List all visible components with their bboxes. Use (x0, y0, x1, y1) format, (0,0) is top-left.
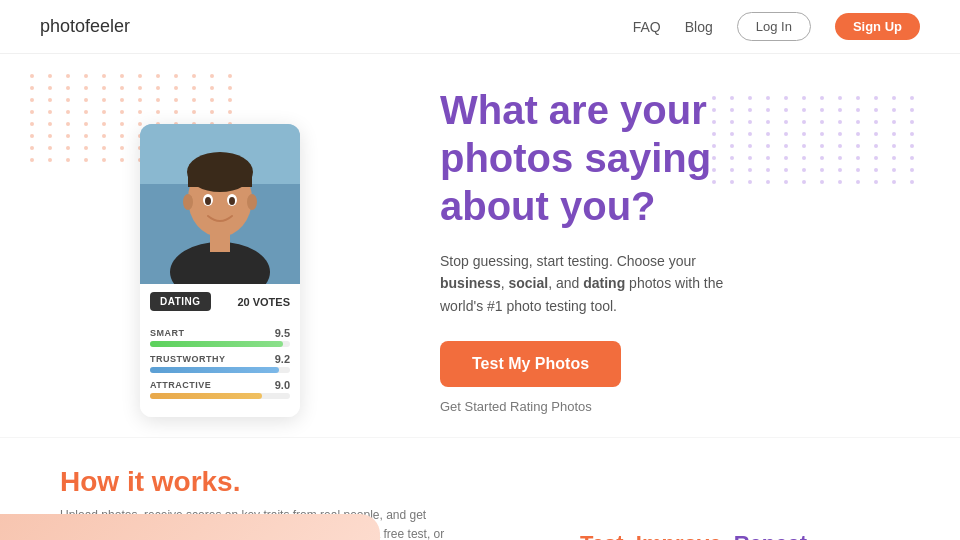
svg-rect-12 (210, 232, 230, 252)
bottom-strip: Test. Improve. Repeat. (0, 514, 960, 540)
login-button[interactable]: Log In (737, 12, 811, 41)
photo-tabs: DATING 20 VOTES (140, 284, 300, 319)
bold-business: business (440, 275, 501, 291)
tagline-part1: Test. Improve. (580, 531, 728, 540)
bar-attractive-score: 9.0 (275, 379, 290, 391)
bar-trustworthy-score: 9.2 (275, 353, 290, 365)
svg-point-9 (229, 197, 235, 205)
headline-line2: photos saying (440, 136, 711, 180)
svg-point-8 (205, 197, 211, 205)
votes-label: 20 VOTES (237, 296, 290, 308)
tagline-part2: Repeat. (734, 531, 813, 540)
tab-dating: DATING (150, 292, 211, 311)
hero-right: What are your photos saying about you? S… (380, 86, 900, 415)
svg-rect-4 (188, 172, 252, 187)
svg-point-10 (183, 194, 193, 210)
bottom-tagline: Test. Improve. Repeat. (380, 531, 813, 540)
headline-line3: about you? (440, 184, 656, 228)
logo: photofeeler (40, 16, 130, 37)
signup-button[interactable]: Sign Up (835, 13, 920, 40)
bar-trustworthy-fill (150, 367, 279, 373)
bar-attractive: ATTRACTIVE 9.0 (150, 379, 290, 399)
bar-smart: SMART 9.5 (150, 327, 290, 347)
faq-link[interactable]: FAQ (633, 19, 661, 35)
how-section: How it works. Upload photos, receive sco… (0, 437, 960, 540)
get-started-label: Get Started Rating Photos (440, 399, 592, 414)
bars-section: SMART 9.5 TRUSTWORTHY 9.2 (140, 319, 300, 417)
profile-photo (140, 124, 300, 284)
bold-social: social (508, 275, 548, 291)
bar-smart-label: SMART (150, 328, 185, 338)
nav-links: FAQ Blog Log In Sign Up (633, 12, 920, 41)
hero-section: (function(){ const g = document.currentS… (0, 54, 960, 437)
photo-card: DATING 20 VOTES SMART 9.5 (140, 124, 300, 417)
bar-attractive-label: ATTRACTIVE (150, 380, 211, 390)
cta-area: Test My Photos Get Started Rating Photos (440, 341, 900, 415)
bar-smart-score: 9.5 (275, 327, 290, 339)
bar-smart-fill (150, 341, 283, 347)
svg-point-11 (247, 194, 257, 210)
hero-desc: Stop guessing, start testing. Choose you… (440, 250, 760, 317)
test-my-photos-button[interactable]: Test My Photos (440, 341, 621, 387)
headline-line1: What are your (440, 88, 707, 132)
dot-grid-purple: (function(){ const g = document.currentS… (712, 96, 920, 184)
bar-trustworthy: TRUSTWORTHY 9.2 (150, 353, 290, 373)
votes-count: 20 (237, 296, 249, 308)
bar-trustworthy-track (150, 367, 290, 373)
blog-link[interactable]: Blog (685, 19, 713, 35)
votes-suffix: VOTES (253, 296, 290, 308)
bar-smart-track (150, 341, 290, 347)
how-title: How it works. (60, 466, 900, 498)
bar-attractive-track (150, 393, 290, 399)
bar-attractive-fill (150, 393, 262, 399)
bold-dating: dating (583, 275, 625, 291)
hero-left: (function(){ const g = document.currentS… (60, 84, 380, 417)
bar-trustworthy-label: TRUSTWORTHY (150, 354, 226, 364)
bottom-pink-bar (0, 514, 380, 540)
